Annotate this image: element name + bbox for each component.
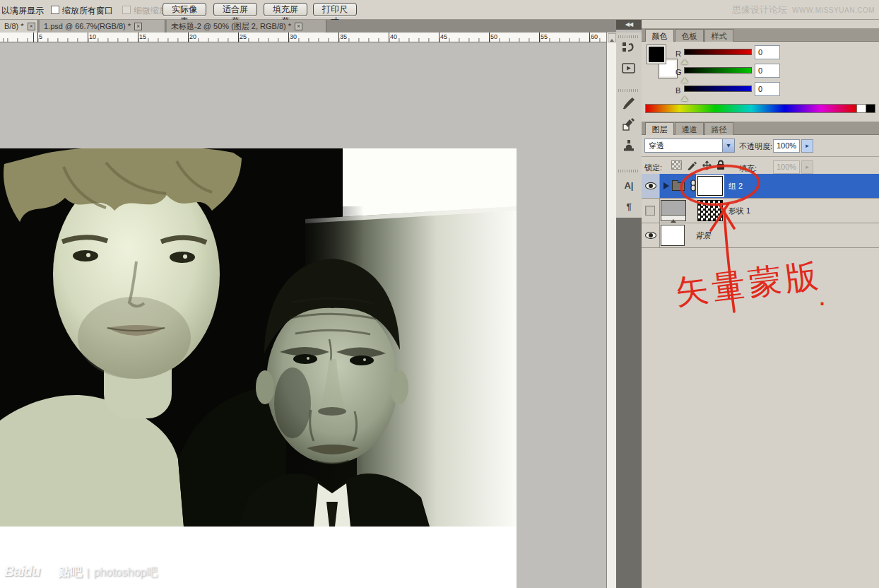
canvas-document[interactable] bbox=[0, 148, 517, 588]
channel-label-r: R bbox=[676, 49, 681, 58]
close-tab-icon[interactable]: × bbox=[295, 23, 302, 30]
layer-name[interactable]: 组 2 bbox=[728, 181, 743, 192]
color-panel-tabstrip: 颜色 色板 样式 bbox=[642, 28, 879, 42]
site-url: WWW.MISSYUAN.COM bbox=[792, 6, 875, 14]
tab-channels[interactable]: 通道 bbox=[675, 122, 704, 135]
lock-all-icon[interactable] bbox=[716, 160, 726, 172]
chevron-down-icon[interactable]: ▾ bbox=[722, 139, 734, 152]
tieba-watermark: Baidu 贴吧 | photoshop吧 bbox=[4, 563, 158, 580]
close-tab-icon[interactable]: × bbox=[134, 23, 142, 30]
layer-row-shape1[interactable]: 形状 1 bbox=[642, 199, 879, 223]
ruler-tick-label: 35 bbox=[340, 33, 347, 40]
blue-slider[interactable] bbox=[684, 86, 752, 92]
zoom-all-windows-label: 缩放所有窗口 bbox=[62, 5, 113, 17]
green-slider[interactable] bbox=[684, 67, 752, 74]
foreground-color-swatch[interactable] bbox=[647, 45, 666, 64]
panel-top-filler bbox=[642, 20, 879, 28]
layer-row-group2[interactable]: 组 2 bbox=[642, 174, 879, 199]
eye-icon[interactable] bbox=[645, 182, 656, 189]
lock-pixels-icon[interactable] bbox=[687, 160, 697, 172]
document-tab-untitled2[interactable]: 未标题-2 @ 50% (图层 2, RGB/8) * × bbox=[167, 20, 326, 33]
eye-icon[interactable] bbox=[645, 232, 656, 239]
vector-mask-thumbnail[interactable] bbox=[697, 176, 723, 196]
visibility-toggle[interactable] bbox=[642, 223, 660, 247]
red-value-field[interactable]: 0 bbox=[755, 45, 780, 59]
fit-screen-button[interactable]: 适合屏幕 bbox=[213, 3, 257, 16]
document-tab-partial[interactable]: B/8) * × bbox=[0, 20, 38, 33]
eye-hidden-box[interactable] bbox=[645, 206, 655, 216]
history-icon[interactable] bbox=[622, 40, 636, 54]
layer-list: 组 2 形状 1 背景 bbox=[642, 174, 879, 248]
photo-artwork bbox=[0, 148, 517, 527]
ruler-tick-label: 15 bbox=[139, 33, 146, 40]
vertical-scrollbar[interactable] bbox=[606, 33, 616, 588]
screen-display-label: 以满屏显示 bbox=[1, 5, 44, 17]
site-watermark: 思缘设计论坛 WWW.MISSYUAN.COM bbox=[732, 4, 875, 16]
opacity-field[interactable]: 100% bbox=[773, 139, 800, 153]
layers-panel-tabstrip: 图层 通道 路径 bbox=[642, 122, 879, 135]
layer-name[interactable]: 形状 1 bbox=[728, 206, 750, 216]
green-value-field[interactable]: 0 bbox=[755, 64, 780, 78]
dock-grip[interactable] bbox=[618, 89, 639, 92]
fill-stepper-icon: ▸ bbox=[801, 160, 813, 174]
layer-name[interactable]: 背景 bbox=[695, 230, 711, 241]
actions-icon[interactable] bbox=[622, 61, 636, 76]
group-folder-icon bbox=[672, 182, 685, 191]
tab-swatches[interactable]: 色板 bbox=[675, 29, 704, 42]
red-slider-thumb[interactable] bbox=[681, 56, 688, 64]
baidu-logo: Baidu bbox=[4, 563, 40, 580]
lock-position-icon[interactable] bbox=[702, 160, 712, 172]
background-layer-thumbnail[interactable] bbox=[661, 225, 685, 246]
clone-source-icon[interactable] bbox=[622, 139, 636, 153]
tab-label: 1.psd @ 66.7%(RGB/8) * bbox=[44, 22, 131, 30]
blue-value-field[interactable]: 0 bbox=[755, 82, 780, 96]
ruler-tick-label: 20 bbox=[189, 33, 196, 40]
character-panel-icon[interactable]: A| bbox=[622, 179, 636, 193]
black-swatch[interactable] bbox=[866, 104, 875, 113]
ruler-tick-label: 5 bbox=[39, 33, 42, 40]
dock-grip[interactable] bbox=[618, 170, 639, 172]
opacity-stepper-icon[interactable]: ▸ bbox=[801, 139, 813, 153]
green-slider-thumb[interactable] bbox=[681, 74, 688, 83]
red-slider[interactable] bbox=[684, 49, 752, 55]
zoom-all-windows-checkbox[interactable] bbox=[51, 6, 59, 14]
brushes-icon[interactable] bbox=[622, 96, 636, 110]
photoshop-window: 以满屏显示 缩放所有窗口 细微缩放 实际像素 适合屏幕 填充屏幕 打印尺寸 思缘… bbox=[0, 0, 879, 588]
divider bbox=[642, 156, 879, 157]
ruler-tick-label: 25 bbox=[240, 33, 247, 40]
tab-styles[interactable]: 样式 bbox=[704, 29, 733, 42]
fill-screen-button[interactable]: 填充屏幕 bbox=[264, 3, 307, 16]
document-tab-bar: B/8) * × 1.psd @ 66.7%(RGB/8) * × 未标题-2 … bbox=[0, 20, 616, 33]
mask-link-icon[interactable] bbox=[690, 180, 697, 194]
layer-row-background[interactable]: 背景 bbox=[642, 223, 879, 248]
paragraph-panel-icon[interactable]: ¶ bbox=[622, 200, 636, 214]
visibility-toggle[interactable] bbox=[642, 174, 660, 198]
opacity-label: 不透明度: bbox=[739, 141, 772, 152]
lock-transparency-icon[interactable] bbox=[671, 160, 682, 170]
blend-mode-select[interactable]: 穿透 ▾ bbox=[644, 139, 735, 153]
spectrum-gradient[interactable] bbox=[645, 104, 857, 113]
close-tab-icon[interactable]: × bbox=[28, 23, 35, 30]
dock-grip[interactable] bbox=[618, 35, 639, 38]
canvas-area[interactable] bbox=[0, 42, 606, 588]
tab-color[interactable]: 颜色 bbox=[645, 29, 674, 42]
print-size-button[interactable]: 打印尺寸 bbox=[313, 3, 357, 16]
color-spectrum-ramp[interactable] bbox=[645, 104, 875, 113]
shape-layer-thumbnail[interactable] bbox=[661, 200, 686, 221]
blue-slider-thumb[interactable] bbox=[681, 93, 688, 101]
site-name: 思缘设计论坛 bbox=[732, 4, 787, 16]
collapse-dock-icon[interactable]: ◀◀ bbox=[616, 20, 642, 30]
ruler-tick-label: 55 bbox=[541, 33, 548, 40]
actual-pixels-button[interactable]: 实际像素 bbox=[163, 3, 206, 16]
scroll-up-button[interactable] bbox=[608, 33, 616, 42]
horizontal-ruler[interactable]: 5 10 15 20 25 30 35 40 45 50 55 60 bbox=[0, 33, 606, 42]
tab-layers[interactable]: 图层 bbox=[645, 122, 674, 135]
shape-mask-thumbnail[interactable] bbox=[697, 200, 723, 221]
visibility-toggle[interactable] bbox=[642, 199, 660, 223]
tool-presets-icon[interactable] bbox=[622, 117, 636, 131]
tab-paths[interactable]: 路径 bbox=[704, 122, 733, 135]
white-swatch[interactable] bbox=[857, 104, 866, 113]
document-tab-1psd[interactable]: 1.psd @ 66.7%(RGB/8) * × bbox=[40, 20, 165, 33]
panel-dock-strip: A| ¶ bbox=[616, 33, 642, 588]
fill-label: 填充: bbox=[739, 163, 757, 174]
